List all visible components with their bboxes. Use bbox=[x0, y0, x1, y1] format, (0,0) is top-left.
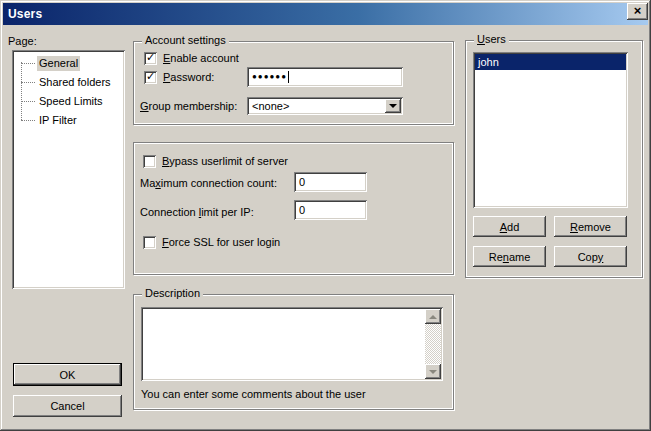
bypass-userlimit-label: Bypass userlimit of server bbox=[162, 155, 288, 168]
max-connection-count-value: 0 bbox=[294, 176, 305, 188]
add-button[interactable]: Add bbox=[473, 216, 546, 237]
ok-button[interactable]: OK bbox=[13, 363, 122, 386]
check-icon: ✓ bbox=[146, 51, 155, 64]
page-item-label: Shared folders bbox=[37, 75, 113, 90]
group-membership-label: Group membership: bbox=[140, 100, 237, 113]
tree-branch-icon bbox=[21, 63, 35, 64]
bypass-userlimit-checkbox[interactable] bbox=[143, 155, 156, 168]
password-value: ●●●●●● bbox=[247, 71, 287, 83]
rename-button[interactable]: Rename bbox=[473, 246, 546, 267]
tree-branch-icon bbox=[21, 82, 35, 83]
description-title: Description bbox=[142, 287, 203, 300]
copy-button[interactable]: Copy bbox=[554, 246, 627, 267]
page-item-speed-limits[interactable]: Speed Limits bbox=[14, 92, 123, 111]
max-connection-count-label: Maximum connection count: bbox=[140, 177, 277, 190]
group-membership-value: <none> bbox=[247, 100, 289, 112]
page-list[interactable]: General Shared folders Speed Limits IP F… bbox=[12, 50, 125, 289]
users-list-inner: john bbox=[475, 54, 626, 206]
tree-line bbox=[21, 62, 22, 120]
scroll-up-button[interactable] bbox=[425, 309, 441, 324]
page-item-general[interactable]: General bbox=[14, 54, 123, 73]
page-item-shared-folders[interactable]: Shared folders bbox=[14, 73, 123, 92]
group-membership-select[interactable]: <none> bbox=[247, 97, 403, 115]
page-item-label: Speed Limits bbox=[37, 94, 105, 109]
connection-limit-per-ip-label: Connection limit per IP: bbox=[140, 206, 254, 219]
password-label: Password: bbox=[163, 71, 214, 84]
chevron-down-icon bbox=[389, 104, 397, 112]
tree-branch-icon bbox=[21, 101, 35, 102]
tree-branch-icon bbox=[21, 120, 35, 121]
scroll-down-button[interactable] bbox=[425, 364, 441, 379]
dropdown-button[interactable] bbox=[385, 99, 401, 113]
page-item-label: General bbox=[37, 56, 80, 71]
force-ssl-label: Force SSL for user login bbox=[162, 236, 280, 249]
cancel-button[interactable]: Cancel bbox=[13, 395, 122, 417]
connection-limit-per-ip-input[interactable]: 0 bbox=[294, 200, 367, 220]
check-icon: ✓ bbox=[146, 70, 155, 83]
description-value bbox=[144, 310, 423, 378]
connection-limit-per-ip-value: 0 bbox=[294, 204, 305, 216]
window-title: Users bbox=[8, 7, 42, 21]
close-icon: × bbox=[634, 5, 642, 16]
description-textarea[interactable] bbox=[141, 307, 443, 381]
account-settings-title: Account settings bbox=[142, 34, 229, 47]
max-connection-count-input[interactable]: 0 bbox=[294, 172, 367, 192]
enable-account-checkbox[interactable]: ✓ bbox=[144, 52, 157, 65]
password-input[interactable]: ●●●●●● bbox=[247, 67, 403, 87]
description-hint: You can enter some comments about the us… bbox=[141, 388, 366, 401]
users-dialog: Users × Page: General Shared folders Spe… bbox=[0, 0, 651, 431]
enable-account-label: Enable account bbox=[163, 52, 239, 65]
text-caret bbox=[288, 71, 289, 83]
title-bar: Users bbox=[3, 3, 648, 25]
description-scrollbar[interactable] bbox=[425, 309, 441, 379]
remove-button[interactable]: Remove bbox=[554, 216, 627, 237]
close-button[interactable]: × bbox=[627, 3, 648, 20]
page-label: Page: bbox=[8, 35, 37, 48]
users-list[interactable]: john bbox=[473, 52, 628, 208]
page-item-ip-filter[interactable]: IP Filter bbox=[14, 111, 123, 130]
arrow-down-icon bbox=[429, 370, 437, 378]
page-list-inner: General Shared folders Speed Limits IP F… bbox=[14, 52, 123, 287]
arrow-up-icon bbox=[429, 311, 437, 319]
page-item-label: IP Filter bbox=[37, 113, 79, 128]
password-checkbox[interactable]: ✓ bbox=[144, 71, 157, 84]
force-ssl-checkbox[interactable] bbox=[143, 236, 156, 249]
user-item-john[interactable]: john bbox=[475, 54, 626, 70]
users-group-title: Users bbox=[474, 33, 509, 46]
